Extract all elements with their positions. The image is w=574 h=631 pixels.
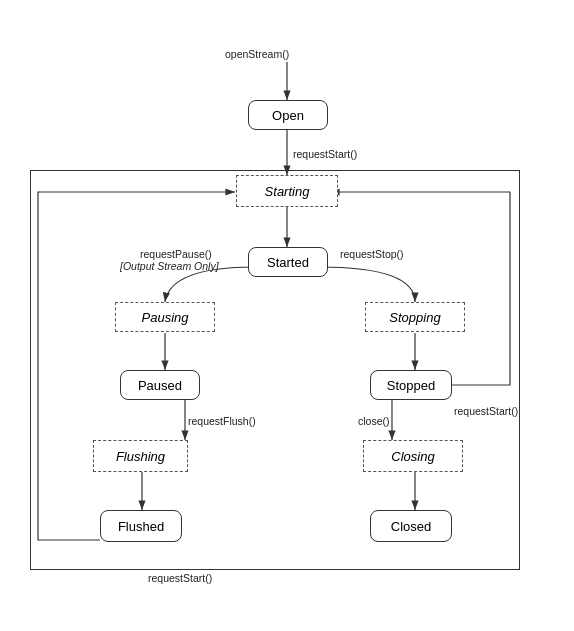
label-requestStart-1: requestStart() [293, 148, 357, 160]
label-requestFlush: requestFlush() [188, 415, 256, 427]
label-close: close() [358, 415, 390, 427]
state-starting: Starting [236, 175, 338, 207]
state-started: Started [248, 247, 328, 277]
label-requestStart-stopped: requestStart() [454, 405, 518, 417]
state-stopping: Stopping [365, 302, 465, 332]
label-openStream: openStream() [225, 48, 289, 60]
state-stopped: Stopped [370, 370, 452, 400]
state-diagram: openStream() requestStart() requestPause… [0, 0, 574, 631]
state-pausing: Pausing [115, 302, 215, 332]
state-flushed: Flushed [100, 510, 182, 542]
state-closing: Closing [363, 440, 463, 472]
state-paused: Paused [120, 370, 200, 400]
label-requestStop: requestStop() [340, 248, 404, 260]
label-requestStart-flushed: requestStart() [148, 572, 212, 584]
state-open: Open [248, 100, 328, 130]
state-closed: Closed [370, 510, 452, 542]
label-requestPause: requestPause() [140, 248, 212, 260]
state-flushing: Flushing [93, 440, 188, 472]
label-outputStreamOnly: [Output Stream Only] [120, 260, 219, 272]
